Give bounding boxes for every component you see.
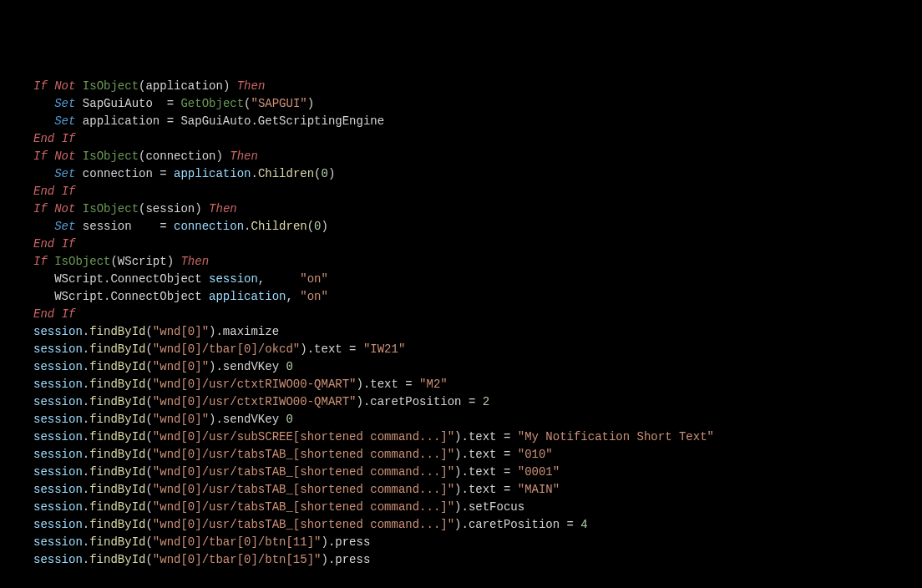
code-token: .: [83, 413, 89, 426]
code-token: "wnd[0]/usr/tabsTAB_[shortened command..…: [153, 465, 454, 479]
code-token: IsObject: [83, 202, 139, 215]
code-token: "0001": [518, 465, 560, 479]
code-token: Then: [237, 79, 266, 93]
code-token: findById: [89, 413, 145, 426]
code-token: session: [33, 483, 83, 496]
code-token: session: [33, 553, 83, 566]
code-block: If Not IsObject(application) Then Set Sa…: [33, 78, 889, 569]
code-token: "wnd[0]": [153, 325, 209, 338]
code-token: .: [83, 430, 89, 444]
code-token: findById: [89, 395, 145, 408]
code-token: session =: [75, 220, 174, 233]
code-token: ).text =: [454, 448, 518, 461]
code-line: Set connection = application.Children(0): [33, 165, 889, 183]
code-token: [75, 150, 82, 163]
code-token: [54, 237, 61, 251]
code-line: session.findById("wnd[0]").sendVKey 0: [33, 411, 889, 428]
code-token: (: [145, 342, 152, 356]
code-token: End: [33, 237, 54, 251]
code-token: session: [33, 325, 83, 338]
code-token: Children: [258, 167, 314, 180]
code-token: (: [145, 378, 152, 391]
code-token: findById: [89, 483, 145, 496]
code-token: [75, 79, 82, 93]
code-token: If: [33, 79, 48, 93]
code-token: .: [83, 448, 89, 461]
code-token: ): [328, 167, 335, 180]
code-token: "MAIN": [518, 483, 560, 496]
code-line: session.findById("wnd[0]/usr/tabsTAB_[sh…: [33, 516, 889, 534]
code-token: "010": [518, 448, 553, 461]
code-token: findById: [89, 378, 145, 391]
code-token: GetObject: [180, 97, 244, 110]
code-token: [54, 185, 61, 198]
code-token: .: [83, 518, 89, 531]
code-token: End: [33, 307, 54, 321]
code-token: Then: [230, 150, 258, 163]
code-token: ).sendVKey: [209, 360, 286, 373]
code-line: session.findById("wnd[0]/usr/tabsTAB_[sh…: [33, 481, 889, 499]
code-token: findById: [89, 500, 145, 514]
code-token: session: [33, 500, 83, 514]
code-token: (session): [139, 202, 209, 215]
code-line: If Not IsObject(connection) Then: [33, 148, 889, 165]
code-token: session: [33, 448, 83, 461]
code-token: .: [251, 167, 257, 180]
code-token: 0: [314, 220, 321, 233]
code-token: 0: [322, 167, 328, 180]
code-token: application: [209, 290, 286, 303]
code-token: ).maximize: [209, 325, 279, 338]
code-line: Set session = connection.Children(0): [33, 218, 889, 236]
code-token: (: [145, 535, 152, 549]
code-token: IsObject: [83, 150, 139, 163]
code-token: .: [83, 535, 89, 549]
code-token: ).setFocus: [454, 500, 524, 514]
code-line: session.findById("wnd[0]/tbar[0]/btn[11]…: [33, 534, 889, 551]
code-token: "wnd[0]/usr/tabsTAB_[shortened command..…: [153, 518, 454, 531]
code-token: (: [145, 430, 152, 444]
code-token: [33, 114, 54, 128]
code-token: .: [83, 465, 89, 479]
code-line: session.findById("wnd[0]/usr/ctxtRIWO00-…: [33, 393, 889, 411]
code-line: If Not IsObject(application) Then: [33, 78, 889, 95]
code-token: session: [33, 535, 83, 549]
code-token: findById: [89, 342, 145, 356]
code-token: ).sendVKey: [209, 413, 286, 426]
code-token: Then: [209, 202, 237, 215]
code-token: End: [33, 185, 54, 198]
code-line: If IsObject(WScript) Then: [33, 253, 889, 271]
code-line: If Not IsObject(session) Then: [33, 200, 889, 218]
code-token: "wnd[0]/usr/tabsTAB_[shortened command..…: [153, 500, 454, 514]
code-token: ).caretPosition =: [356, 395, 482, 408]
code-token: "My Notification Short Text": [518, 430, 714, 444]
code-token: "wnd[0]/tbar[0]/btn[11]": [153, 535, 322, 549]
code-line: session.findById("wnd[0]/usr/tabsTAB_[sh…: [33, 446, 889, 464]
code-token: connection: [174, 220, 244, 233]
code-token: If: [33, 150, 48, 163]
code-token: ).press: [321, 535, 370, 549]
code-token: ).caretPosition =: [454, 518, 580, 531]
code-token: (: [145, 553, 152, 566]
code-token: If: [62, 307, 76, 321]
code-token: IsObject: [83, 79, 139, 93]
code-line: WScript.ConnectObject application, "on": [33, 288, 889, 306]
code-token: If: [62, 132, 76, 145]
code-token: "wnd[0]/tbar[0]/okcd": [153, 342, 300, 356]
code-token: session: [33, 360, 83, 373]
code-token: session: [209, 272, 258, 286]
code-token: [75, 202, 82, 215]
code-token: ): [307, 97, 314, 110]
code-token: 0: [286, 360, 292, 373]
code-token: session: [33, 395, 83, 408]
code-token: "wnd[0]/usr/ctxtRIWO00-QMART": [153, 395, 357, 408]
code-token: session: [33, 378, 83, 391]
code-token: session: [33, 430, 83, 444]
code-token: "IW21": [363, 342, 405, 356]
code-token: [33, 220, 54, 233]
code-token: "on": [300, 272, 328, 286]
code-token: application = SapGuiAuto.GetScriptingEng…: [75, 114, 384, 128]
code-token: "wnd[0]/usr/tabsTAB_[shortened command..…: [153, 483, 454, 496]
code-token: Set: [54, 167, 75, 180]
code-token: .: [83, 483, 89, 496]
code-token: .: [83, 553, 89, 566]
